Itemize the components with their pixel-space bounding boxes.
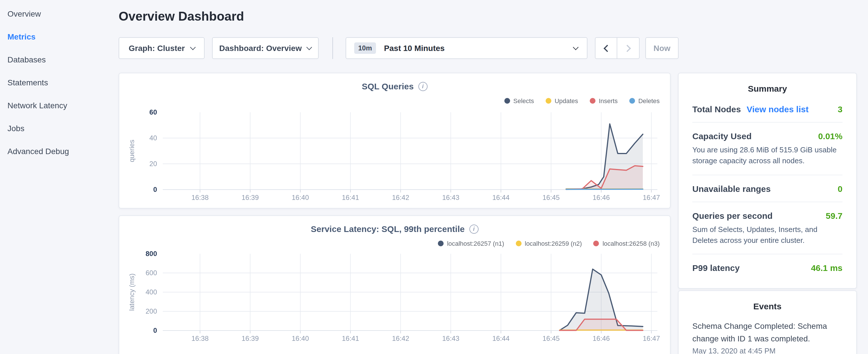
chart-legend: localhost:26257 (n1)localhost:26259 (n2)…	[438, 240, 660, 247]
events-title: Events	[679, 291, 856, 311]
x-tick-label: 16:39	[242, 334, 259, 342]
summary-title: Summary	[679, 73, 856, 93]
legend-item: localhost:26259 (n2)	[516, 240, 582, 247]
x-tick-label: 16:45	[542, 194, 560, 201]
summary-row-capacity-used: Capacity Used 0.01% You are using 28.6 M…	[692, 122, 842, 174]
graph-dropdown[interactable]: Graph: Cluster	[119, 37, 205, 59]
sidebar-item-jobs[interactable]: Jobs	[0, 117, 115, 140]
summary-row-p99-latency: P99 latency 46.1 ms	[692, 254, 842, 281]
legend-dot-icon	[629, 98, 635, 104]
summary-row-unavailable-ranges: Unavailable ranges 0	[692, 174, 842, 201]
summary-body: Total Nodes View nodes list 3 Capacity U…	[679, 93, 856, 281]
summary-row-label: Capacity Used	[692, 131, 752, 141]
x-tick-label: 16:40	[292, 194, 309, 201]
dashboard-dropdown-label: Dashboard: Overview	[219, 43, 302, 53]
x-tick-label: 16:46	[593, 194, 610, 201]
y-tick-label: 60	[149, 108, 157, 116]
time-range-badge: 10m	[354, 42, 376, 54]
legend-dot-icon	[504, 98, 510, 104]
sidebar-item-metrics[interactable]: Metrics	[0, 25, 115, 48]
summary-row-label: Total Nodes	[692, 104, 741, 114]
time-range-label: Past 10 Minutes	[384, 43, 445, 53]
time-nav-group	[595, 37, 640, 59]
x-tick-label: 16:44	[492, 334, 509, 342]
y-tick-label: 0	[153, 186, 157, 193]
sql-queries-chart-card: SQL Queries i SelectsUpdatesInsertsDelet…	[119, 73, 671, 208]
chevron-down-icon	[190, 44, 195, 50]
summary-row-value: 0.01%	[818, 131, 842, 141]
summary-row-value: 0	[838, 184, 842, 193]
now-button[interactable]: Now	[645, 37, 679, 59]
info-icon[interactable]: i	[418, 82, 428, 91]
chart-legend: SelectsUpdatesInsertsDeletes	[504, 97, 660, 104]
legend-dot-icon	[438, 240, 443, 246]
summary-row-label: Unavailable ranges	[692, 184, 771, 193]
y-axis-label: queries	[128, 140, 135, 162]
y-tick-label: 40	[149, 134, 157, 142]
summary-row-value: 59.7	[826, 211, 842, 220]
event-message[interactable]: Schema Change Completed: Schema change w…	[692, 320, 842, 345]
summary-row-description: Sum of Selects, Updates, Inserts, and De…	[692, 224, 842, 246]
x-tick-label: 16:38	[191, 194, 209, 201]
time-next-button[interactable]	[617, 37, 640, 59]
info-icon[interactable]: i	[469, 224, 478, 233]
legend-item: Updates	[545, 97, 578, 104]
x-tick-label: 16:47	[643, 194, 660, 201]
dashboard-dropdown[interactable]: Dashboard: Overview	[212, 37, 319, 59]
summary-row-total-nodes: Total Nodes View nodes list 3	[692, 96, 842, 122]
sidebar-item-overview[interactable]: Overview	[0, 2, 115, 25]
chart-title: Service Latency: SQL, 99th percentile	[311, 224, 465, 234]
chevron-down-icon	[307, 44, 312, 50]
toolbar: Graph: Cluster Dashboard: Overview 10m P…	[119, 37, 679, 59]
x-tick-label: 16:46	[593, 334, 610, 342]
legend-dot-icon	[589, 98, 595, 104]
page: Overview Metrics Databases Statements Ne…	[0, 0, 868, 354]
sidebar-item-databases[interactable]: Databases	[0, 48, 115, 71]
time-prev-button[interactable]	[595, 37, 617, 59]
x-tick-label: 16:43	[442, 334, 459, 342]
x-tick-label: 16:47	[643, 334, 660, 342]
legend-label: Inserts	[599, 97, 618, 104]
x-tick-label: 16:43	[442, 194, 459, 201]
series-line-deletes	[566, 189, 643, 190]
summary-row-queries-per-second: Queries per second 59.7 Sum of Selects, …	[692, 201, 842, 254]
x-tick-label: 16:42	[392, 334, 409, 342]
legend-dot-icon	[516, 240, 521, 246]
sidebar-item-statements[interactable]: Statements	[0, 71, 115, 94]
x-tick-label: 16:44	[492, 194, 509, 201]
sidebar-item-advanced-debug[interactable]: Advanced Debug	[0, 140, 115, 163]
legend-label: Selects	[513, 97, 534, 104]
legend-item: Selects	[504, 97, 534, 104]
chart-title: SQL Queries	[362, 81, 413, 91]
y-tick-label: 600	[146, 269, 157, 277]
sidebar: Overview Metrics Databases Statements Ne…	[0, 0, 115, 163]
page-title: Overview Dashboard	[119, 9, 244, 24]
x-tick-label: 16:39	[242, 194, 259, 201]
events-panel: Events Schema Change Completed: Schema c…	[678, 290, 857, 354]
chevron-left-icon	[603, 44, 611, 52]
x-tick-label: 16:41	[342, 334, 359, 342]
summary-row-value: 46.1 ms	[811, 263, 842, 273]
sidebar-item-network-latency[interactable]: Network Latency	[0, 94, 115, 117]
time-range-selector[interactable]: 10m Past 10 Minutes	[346, 37, 587, 59]
event-timestamp: May 13, 2020 at 4:45 PM	[692, 347, 842, 354]
summary-row-value: 3	[838, 104, 842, 114]
chart-header: Service Latency: SQL, 99th percentile i	[119, 216, 670, 234]
view-nodes-list-link[interactable]: View nodes list	[746, 104, 808, 114]
service-latency-chart: 16:3816:3916:4016:4116:4216:4316:4416:45…	[119, 248, 671, 354]
legend-item: Inserts	[589, 97, 618, 104]
toolbar-divider	[333, 37, 333, 59]
y-tick-label: 200	[146, 307, 157, 315]
legend-label: localhost:26259 (n2)	[525, 240, 582, 247]
legend-label: localhost:26258 (n3)	[602, 240, 660, 247]
summary-row-description: You are using 28.6 MiB of 515.9 GiB usab…	[692, 145, 842, 166]
summary-panel: Summary Total Nodes View nodes list 3 Ca…	[678, 73, 857, 289]
summary-row-label: P99 latency	[692, 263, 740, 273]
y-tick-label: 800	[146, 250, 157, 257]
chevron-down-icon	[573, 44, 579, 50]
chart-header: SQL Queries i	[119, 73, 670, 91]
legend-label: localhost:26257 (n1)	[447, 240, 504, 247]
summary-row-label: Queries per second	[692, 211, 773, 220]
y-tick-label: 400	[146, 288, 157, 296]
chevron-right-icon	[623, 44, 630, 52]
